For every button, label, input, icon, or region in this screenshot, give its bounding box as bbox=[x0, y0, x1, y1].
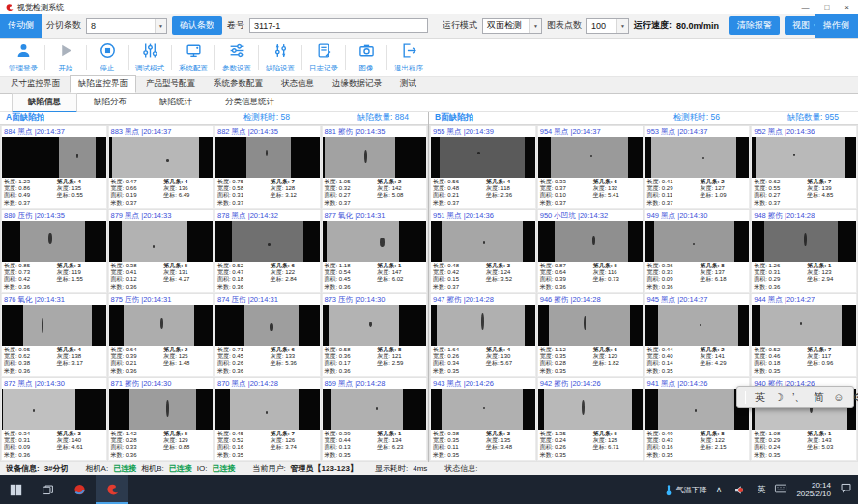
toolbar-button-exit[interactable]: 退出程序 bbox=[387, 39, 430, 76]
minimize-button[interactable]: — bbox=[801, 3, 809, 12]
measurement: 面积: 0.26 bbox=[217, 360, 271, 367]
defect-cell[interactable]: 941 黑点 |20:14:26长度: 0.49宽度: 0.43面积: 0.16… bbox=[644, 378, 751, 461]
defect-cell[interactable]: 952 黑点 |20:14:36长度: 0.62宽度: 0.55面积: 0.27… bbox=[751, 126, 857, 209]
ime-indicator[interactable]: 英 bbox=[757, 484, 765, 496]
measurement: 面积: 0.11 bbox=[433, 444, 486, 451]
measurement: 米数: 0.36 bbox=[647, 284, 701, 291]
defect-grid-a: 884 黑点 |20:14:37长度: 1.23宽度: 0.86面积: 0.49… bbox=[0, 125, 428, 462]
confirm-count-button[interactable]: 确认条数 bbox=[172, 16, 222, 35]
defect-cell[interactable]: 872 黑点 |20:14:30长度: 0.34宽度: 0.31面积: 0.09… bbox=[1, 378, 107, 461]
defect-cell[interactable]: 947 擦伤 |20:14:28长度: 1.64宽度: 0.26面积: 0.34… bbox=[430, 294, 536, 377]
subtab-0[interactable]: 缺陷信息 bbox=[12, 93, 77, 113]
defect-cell[interactable]: 946 擦伤 |20:14:28长度: 1.12宽度: 0.35面积: 0.28… bbox=[537, 294, 644, 377]
maximize-button[interactable]: □ bbox=[824, 3, 829, 12]
operator-side-button[interactable]: 操作侧 bbox=[815, 14, 858, 38]
coord-value: 坐标: 1.48 bbox=[163, 360, 211, 367]
subtab-3[interactable]: 分类信息统计 bbox=[209, 93, 291, 112]
taskbar-clock[interactable]: 20:142025/2/10 bbox=[796, 481, 831, 498]
measurement: 面积: 0.49 bbox=[4, 192, 57, 199]
subtab-2[interactable]: 缺陷统计 bbox=[143, 93, 209, 112]
roll-number-input[interactable] bbox=[249, 18, 428, 33]
slit-count-select[interactable]: 8▼ bbox=[86, 18, 167, 34]
tab-0[interactable]: 尺寸监控界面 bbox=[2, 75, 69, 93]
start-button[interactable] bbox=[0, 475, 32, 504]
ime-language-bar[interactable]: 英☽’、简☺⚙ bbox=[736, 386, 854, 408]
subtab-1[interactable]: 缺陷分布 bbox=[77, 93, 143, 112]
ime-item-5[interactable]: ⚙ bbox=[853, 392, 858, 403]
toolbar-button-system-config[interactable]: 系统配置 bbox=[172, 39, 214, 76]
close-button[interactable]: × bbox=[844, 3, 849, 12]
touch-keyboard-button[interactable] bbox=[774, 481, 787, 498]
pinned-app-button[interactable] bbox=[64, 475, 96, 504]
defect-cell[interactable]: 871 擦伤 |20:14:30长度: 1.42宽度: 0.28面积: 0.33… bbox=[108, 378, 214, 461]
defect-cell[interactable]: 950 小凹坑 |20:14:32长度: 0.87宽度: 0.64面积: 0.3… bbox=[537, 210, 644, 293]
defect-cell[interactable]: 880 压伤 |20:14:35长度: 0.85宽度: 0.73面积: 0.42… bbox=[1, 210, 107, 293]
defect-image bbox=[109, 221, 214, 262]
drive-side-button[interactable]: 传动侧 bbox=[0, 14, 42, 38]
ime-item-3[interactable]: 简 bbox=[814, 392, 824, 403]
toolbar-button-start[interactable]: 开始 bbox=[45, 39, 86, 76]
sliders-h-icon bbox=[229, 42, 245, 63]
defect-cell[interactable]: 945 黑点 |20:14:27长度: 0.44宽度: 0.40面积: 0.14… bbox=[644, 294, 751, 377]
tab-4[interactable]: 状态信息 bbox=[272, 75, 323, 93]
defect-cell[interactable]: 870 黑点 |20:14:28长度: 0.45宽度: 0.52面积: 0.16… bbox=[214, 378, 321, 461]
defect-measurements: 长度: 0.52宽度: 0.47面积: 0.18米数: 0.36第几条: 6灰度… bbox=[215, 262, 320, 292]
defect-cell[interactable]: 882 黑点 |20:14:35长度: 0.75宽度: 0.58面积: 0.31… bbox=[214, 126, 321, 209]
defect-cell[interactable]: 951 黑点 |20:14:36长度: 0.48宽度: 0.42面积: 0.15… bbox=[430, 210, 536, 293]
defect-cell[interactable]: 877 氧化 |20:14:31长度: 1.18宽度: 0.54面积: 0.45… bbox=[322, 210, 428, 293]
tab-6[interactable]: 测试 bbox=[391, 75, 425, 93]
toolbar-button-stop[interactable]: 停止 bbox=[87, 39, 128, 76]
toolbar-button-param-settings[interactable]: 参数设置 bbox=[215, 39, 258, 76]
weather-widget[interactable]: 气温下降 bbox=[664, 484, 707, 496]
tray-expand-chevron[interactable]: ∧ bbox=[716, 485, 723, 494]
toolbar-button-log[interactable]: 日志记录 bbox=[302, 39, 345, 76]
coord-value: 坐标: 0.88 bbox=[163, 444, 211, 451]
window-title: 视觉检测系统 bbox=[17, 2, 64, 13]
defect-cell[interactable]: 948 擦伤 |20:14:28长度: 1.26宽度: 0.31面积: 0.29… bbox=[751, 210, 857, 293]
defect-cell[interactable]: 883 黑点 |20:14:37长度: 0.47宽度: 0.66面积: 0.19… bbox=[108, 126, 214, 209]
defect-mark bbox=[800, 322, 802, 325]
chart-points-select[interactable]: 100▼ bbox=[586, 18, 629, 34]
tab-3[interactable]: 系统参数配置 bbox=[205, 75, 272, 93]
defect-cell[interactable]: 942 擦伤 |20:14:26长度: 1.35宽度: 0.24面积: 0.26… bbox=[537, 378, 644, 461]
clear-alarm-button[interactable]: 清除报警 bbox=[729, 16, 780, 35]
defect-measurements: 长度: 1.26宽度: 0.31面积: 0.29米数: 0.36第几条: 1灰度… bbox=[752, 262, 856, 292]
defect-cell[interactable]: 881 擦伤 |20:14:35长度: 1.05宽度: 0.32面积: 0.27… bbox=[322, 126, 428, 209]
defect-cell[interactable]: 955 黑点 |20:14:39长度: 0.56宽度: 0.48面积: 0.21… bbox=[430, 126, 536, 209]
tab-1[interactable]: 缺陷监控界面 bbox=[70, 75, 136, 93]
measurement: 面积: 0.15 bbox=[433, 276, 486, 283]
action-center-button[interactable] bbox=[840, 481, 852, 498]
panel-side-a: A面缺陷拍 检测耗时: 58 缺陷数量: 884 884 黑点 |20:14:3… bbox=[0, 112, 429, 462]
defect-measurements: 长度: 0.71宽度: 0.45面积: 0.26米数: 0.36第几条: 6灰度… bbox=[215, 346, 320, 376]
defect-cell[interactable]: 944 黑点 |20:14:27长度: 0.52宽度: 0.46面积: 0.18… bbox=[751, 294, 857, 377]
defect-cell[interactable]: 869 黑点 |20:14:28长度: 0.39宽度: 0.44面积: 0.13… bbox=[322, 378, 428, 461]
task-view-button[interactable] bbox=[32, 475, 64, 504]
tab-2[interactable]: 产品型号配置 bbox=[137, 75, 204, 93]
defect-cell[interactable]: 879 黑点 |20:14:33长度: 0.38宽度: 0.41面积: 0.12… bbox=[108, 210, 214, 293]
defect-cell[interactable]: 954 黑点 |20:14:37长度: 0.33宽度: 0.37面积: 0.10… bbox=[537, 126, 644, 209]
tab-5[interactable]: 边缘数据记录 bbox=[324, 75, 390, 93]
defect-cell[interactable]: 875 压伤 |20:14:31长度: 0.64宽度: 0.39面积: 0.21… bbox=[108, 294, 214, 377]
run-mode-select[interactable]: 双面检测▼ bbox=[482, 18, 542, 34]
toolbar-button-debug-mode[interactable]: 调试模式 bbox=[129, 39, 171, 76]
defect-cell[interactable]: 943 黑点 |20:14:26长度: 0.38宽度: 0.35面积: 0.11… bbox=[430, 378, 536, 461]
volume-button[interactable] bbox=[730, 480, 748, 499]
defect-cell[interactable]: 949 黑点 |20:14:30长度: 0.36宽度: 0.33面积: 0.09… bbox=[644, 210, 751, 293]
toolbar-button-defect-settings[interactable]: 缺陷设置 bbox=[259, 39, 301, 76]
drag-handle-icon[interactable] bbox=[745, 391, 746, 404]
toolbar-button-login[interactable]: 管理登录 bbox=[2, 39, 44, 76]
gray-value: 灰度: 137 bbox=[700, 269, 747, 276]
defect-cell[interactable]: 884 黑点 |20:14:37长度: 1.23宽度: 0.86面积: 0.49… bbox=[1, 126, 107, 209]
defect-cell[interactable]: 876 氧化 |20:14:31长度: 0.95宽度: 0.62面积: 0.38… bbox=[1, 294, 107, 377]
inspection-app-button[interactable] bbox=[96, 475, 128, 504]
toolbar-button-image[interactable]: 图像 bbox=[346, 39, 386, 76]
ime-item-4[interactable]: ☺ bbox=[833, 392, 844, 403]
ime-item-1[interactable]: ☽ bbox=[774, 392, 784, 403]
defect-cell[interactable]: 873 压伤 |20:14:30长度: 0.58宽度: 0.36面积: 0.17… bbox=[322, 294, 428, 377]
ime-item-2[interactable]: ’、 bbox=[792, 392, 805, 403]
ime-item-0[interactable]: 英 bbox=[755, 392, 765, 403]
defect-cell[interactable]: 878 黑点 |20:14:32长度: 0.52宽度: 0.47面积: 0.18… bbox=[214, 210, 321, 293]
defect-cell[interactable]: 874 压伤 |20:14:31长度: 0.71宽度: 0.45面积: 0.26… bbox=[214, 294, 321, 377]
defect-cell[interactable]: 953 黑点 |20:14:37长度: 0.41宽度: 0.29面积: 0.11… bbox=[644, 126, 751, 209]
toolbar-button-label: 系统配置 bbox=[179, 64, 208, 73]
